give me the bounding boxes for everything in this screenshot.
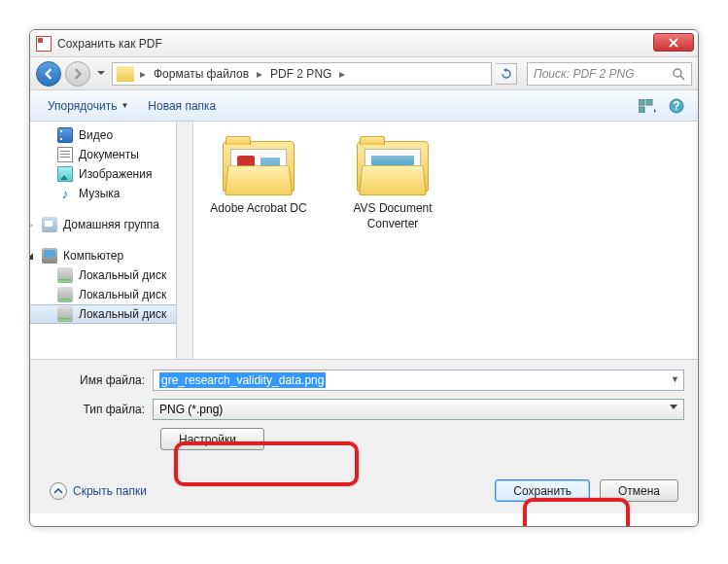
sidebar-item-disk[interactable]: Локальный диск <box>30 285 192 304</box>
sidebar-item-documents[interactable]: Документы <box>30 145 192 164</box>
refresh-button[interactable] <box>496 63 517 85</box>
close-button[interactable] <box>653 33 694 52</box>
hide-folders-link[interactable]: Скрыть папки <box>50 482 147 500</box>
sidebar-item-disk[interactable]: Локальный диск <box>30 304 192 324</box>
search-input[interactable]: Поиск: PDF 2 PNG <box>527 62 692 86</box>
homegroup-icon <box>42 217 57 232</box>
sidebar: Видео Документы Изображения ♪Музыка ▷Дом… <box>30 122 193 359</box>
sidebar-item-homegroup[interactable]: ▷Домашняя группа <box>30 215 192 234</box>
chevron-up-icon <box>50 482 67 500</box>
folder-label: AVS Document Converter <box>339 201 446 231</box>
svg-rect-1 <box>639 99 644 105</box>
folder-label: Adobe Acrobat DC <box>205 201 312 217</box>
window-title: Сохранить как PDF <box>57 37 162 51</box>
navbar: ▸ Форматы файлов ▸ PDF 2 PNG ▸ Поиск: PD… <box>30 57 698 90</box>
filetype-label: Тип файла: <box>44 403 153 416</box>
computer-icon <box>42 248 57 264</box>
chevron-right-icon: ▸ <box>337 67 347 81</box>
organize-menu[interactable]: Упорядочить ▼ <box>40 95 136 117</box>
filename-label: Имя файла: <box>44 373 153 387</box>
titlebar: Сохранить как PDF <box>30 30 698 57</box>
disk-icon <box>57 267 73 283</box>
filename-input[interactable]: gre_research_validity_data.png ▼ <box>153 370 684 391</box>
chevron-down-icon <box>670 405 677 409</box>
disk-icon <box>57 306 73 322</box>
forward-button[interactable] <box>65 61 90 87</box>
svg-point-0 <box>674 69 681 77</box>
chevron-down-icon[interactable]: ▼ <box>671 374 679 384</box>
sidebar-item-video[interactable]: Видео <box>30 125 192 145</box>
svg-rect-2 <box>646 99 652 105</box>
settings-button[interactable]: Настройки... <box>160 428 264 450</box>
breadcrumb-seg-2[interactable]: PDF 2 PNG <box>266 67 335 81</box>
help-icon: ? <box>669 98 684 114</box>
view-icon <box>639 99 656 113</box>
view-options-button[interactable] <box>636 95 659 117</box>
body: Видео Документы Изображения ♪Музыка ▷Дом… <box>30 122 698 359</box>
disk-icon <box>57 287 73 302</box>
breadcrumb[interactable]: ▸ Форматы файлов ▸ PDF 2 PNG ▸ <box>112 62 492 86</box>
expand-icon[interactable]: ▷ <box>30 220 33 229</box>
toolbar: Упорядочить ▼ Новая папка ? <box>30 90 698 122</box>
folder-icon <box>223 137 295 195</box>
close-icon <box>669 38 678 48</box>
refresh-icon <box>501 68 512 80</box>
file-pane[interactable]: Adobe Acrobat DC AVS Document Converter <box>193 122 698 359</box>
new-folder-button[interactable]: Новая папка <box>140 95 224 117</box>
music-icon: ♪ <box>57 186 73 201</box>
save-button[interactable]: Сохранить <box>495 479 590 502</box>
sidebar-item-music[interactable]: ♪Музыка <box>30 184 192 203</box>
folder-icon <box>357 137 429 195</box>
document-icon <box>57 147 73 162</box>
chevron-down-icon <box>97 71 105 76</box>
sidebar-item-computer[interactable]: ◢Компьютер <box>30 246 192 265</box>
arrow-left-icon <box>43 68 54 80</box>
search-icon <box>672 67 685 81</box>
collapse-icon[interactable]: ◢ <box>30 251 33 261</box>
sidebar-item-pictures[interactable]: Изображения <box>30 164 192 184</box>
video-icon <box>57 127 73 143</box>
folder-item[interactable]: AVS Document Converter <box>339 137 446 231</box>
folder-icon <box>117 66 134 82</box>
sidebar-item-disk[interactable]: Локальный диск <box>30 265 192 285</box>
chevron-right-icon: ▸ <box>255 67 264 81</box>
image-icon <box>57 166 73 182</box>
back-button[interactable] <box>36 61 61 87</box>
pdf-app-icon <box>36 36 52 52</box>
svg-rect-3 <box>639 107 644 113</box>
folder-item[interactable]: Adobe Acrobat DC <box>205 137 312 217</box>
save-as-dialog: Сохранить как PDF ▸ Форматы файлов ▸ PDF… <box>29 29 699 527</box>
arrow-right-icon <box>72 68 84 80</box>
cancel-button[interactable]: Отмена <box>600 479 678 502</box>
sidebar-scrollbar[interactable] <box>176 122 192 359</box>
search-placeholder: Поиск: PDF 2 PNG <box>534 67 635 81</box>
nav-history-dropdown[interactable] <box>94 63 108 85</box>
help-button[interactable]: ? <box>665 95 688 117</box>
chevron-right-icon: ▸ <box>138 67 148 81</box>
svg-text:?: ? <box>673 99 679 113</box>
bottom-panel: Имя файла: gre_research_validity_data.pn… <box>30 359 698 513</box>
chevron-down-icon: ▼ <box>121 101 128 110</box>
filetype-combo[interactable]: PNG (*.png) <box>153 399 684 420</box>
breadcrumb-seg-1[interactable]: Форматы файлов <box>150 67 253 81</box>
